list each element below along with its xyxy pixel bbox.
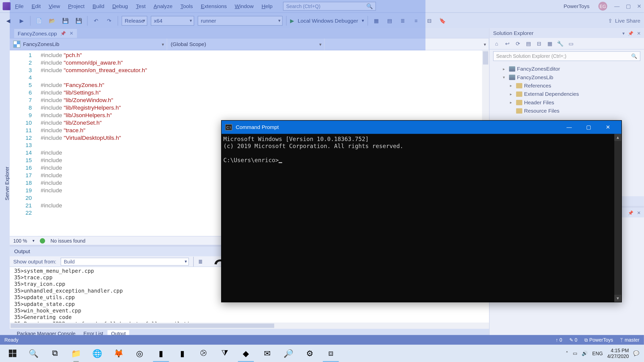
cmd-minimize-button[interactable]: —: [559, 121, 579, 134]
user-avatar[interactable]: EG: [598, 2, 607, 11]
sol-collapse-icon[interactable]: ⊟: [536, 40, 543, 47]
taskbar-explorer[interactable]: 📁: [65, 345, 87, 362]
status-branch[interactable]: ᛘ master: [620, 337, 639, 342]
pin-icon[interactable]: 📌: [60, 31, 66, 36]
panel-pin-icon[interactable]: 📌: [628, 31, 633, 35]
save-icon[interactable]: 💾: [61, 16, 70, 25]
window-minimize-icon[interactable]: —: [614, 3, 620, 9]
tree-item[interactable]: Resource Files: [492, 107, 641, 115]
tree-item[interactable]: ▸ References: [492, 81, 641, 89]
nav-scope-combo[interactable]: (Global Scope): [167, 38, 325, 50]
status-push[interactable]: ↑ 0: [556, 337, 562, 342]
menu-test[interactable]: Test: [136, 3, 146, 9]
output-source-combo[interactable]: Build: [61, 257, 189, 265]
nav-fwd-icon[interactable]: ▶: [17, 16, 27, 25]
cmd-terminal[interactable]: Microsoft Windows [Version 10.0.18363.75…: [222, 134, 614, 302]
sol-props-icon[interactable]: 🔧: [557, 40, 564, 47]
config-combo[interactable]: Release: [122, 16, 147, 25]
tool-icon-5[interactable]: ⊟: [424, 16, 434, 25]
menu-tools[interactable]: Tools: [180, 3, 193, 9]
taskbar-powershell[interactable]: ⧁: [193, 345, 214, 362]
taskbar-edge[interactable]: 🌐: [87, 345, 108, 362]
menu-file[interactable]: File: [15, 3, 24, 9]
close-icon[interactable]: ✕: [69, 30, 73, 36]
cmd-titlebar[interactable]: C:\ Command Prompt — ▢ ✕: [222, 121, 621, 134]
sol-tool-icon[interactable]: ▤: [525, 40, 532, 47]
scroll-up-icon[interactable]: ▲: [614, 134, 621, 141]
redo-icon[interactable]: ↷: [104, 16, 114, 25]
live-share-button[interactable]: ⇪ Live Share: [608, 17, 640, 24]
open-icon[interactable]: 📂: [47, 16, 57, 25]
taskbar-cmd[interactable]: ▮: [150, 345, 172, 362]
scroll-down-icon[interactable]: ▼: [614, 295, 621, 302]
zoom-combo[interactable]: 100 %: [13, 238, 27, 243]
menu-window[interactable]: Window: [235, 3, 254, 9]
taskbar-vs[interactable]: ◆: [235, 345, 256, 362]
sol-preview-icon[interactable]: ▭: [568, 40, 575, 47]
tray-clock[interactable]: 4:15 PM 4/27/2020: [607, 348, 629, 359]
panel-pin-icon[interactable]: 📌: [628, 210, 633, 215]
tray-chevron-icon[interactable]: ˄: [566, 350, 569, 356]
taskbar-app-1[interactable]: 🔎: [278, 345, 299, 362]
tool-icon-4[interactable]: ≡: [411, 16, 421, 25]
output-hscroll[interactable]: [10, 323, 489, 329]
tree-item[interactable]: ▾ FancyZonesLib: [492, 73, 641, 81]
new-item-icon[interactable]: 📄: [34, 16, 44, 25]
tree-item[interactable]: ▸ External Dependencies: [492, 90, 641, 98]
menu-edit[interactable]: Edit: [31, 3, 41, 9]
tree-item[interactable]: ▸ FancyZonesEditor: [492, 65, 641, 73]
taskbar-powertoys[interactable]: ⧈: [320, 345, 341, 362]
bookmark-icon[interactable]: 🔖: [438, 16, 448, 25]
undo-icon[interactable]: ↶: [91, 16, 101, 25]
tray-notifications-icon[interactable]: 💬: [633, 350, 639, 356]
tray-lang[interactable]: ENG: [592, 351, 603, 356]
tool-icon-3[interactable]: ≣: [398, 16, 408, 25]
sol-back-icon[interactable]: ↩: [504, 40, 511, 47]
tray-volume-icon[interactable]: 🔊: [582, 350, 588, 356]
taskbar-outlook[interactable]: ✉: [257, 345, 278, 362]
tool-icon-2[interactable]: ▤: [385, 16, 394, 25]
menu-analyze[interactable]: Analyze: [154, 3, 173, 9]
panel-close-icon[interactable]: ✕: [637, 31, 640, 35]
quick-search[interactable]: Search (Ctrl+Q) 🔍: [283, 2, 376, 11]
taskbar-firefox[interactable]: 🦊: [108, 345, 129, 362]
menu-help[interactable]: Help: [262, 3, 272, 9]
task-view[interactable]: ⧉: [44, 345, 65, 362]
taskbar-chrome[interactable]: ◎: [129, 345, 150, 362]
menu-debug[interactable]: Debug: [112, 3, 128, 9]
solution-search[interactable]: Search Solution Explorer (Ctrl+;) 🔍: [493, 51, 640, 61]
startup-combo[interactable]: runner: [198, 16, 283, 25]
status-repo[interactable]: ⧉ PowerToys: [584, 337, 613, 343]
cmd-maximize-button[interactable]: ▢: [579, 121, 598, 134]
doc-tab-fancyzones[interactable]: FancyZones.cpp 📌 ✕: [14, 28, 77, 38]
output-tool-icon[interactable]: ≣: [198, 258, 203, 265]
cmd-vscroll[interactable]: ▲ ▼: [614, 134, 621, 302]
sol-showall-icon[interactable]: ▦: [546, 40, 553, 47]
tool-icon-1[interactable]: ▦: [371, 16, 381, 25]
panel-close-icon[interactable]: ✕: [637, 210, 640, 215]
sol-home-icon[interactable]: ⌂: [493, 40, 500, 47]
platform-combo[interactable]: x64: [151, 16, 194, 25]
start-button[interactable]: [2, 345, 23, 362]
taskbar-app-2[interactable]: ⚙: [299, 345, 320, 362]
status-pending[interactable]: ✎ 0: [569, 337, 577, 343]
tab-server-explorer[interactable]: Server Explorer: [5, 166, 10, 200]
menu-view[interactable]: View: [49, 3, 60, 9]
taskbar-vscode[interactable]: ⧩: [214, 345, 235, 362]
taskbar-terminal[interactable]: ▮: [172, 345, 193, 362]
nav-member-combo[interactable]: [325, 38, 489, 50]
menu-project[interactable]: Project: [68, 3, 85, 9]
taskbar-search[interactable]: 🔍: [23, 345, 44, 362]
sol-sync-icon[interactable]: ⟳: [514, 40, 521, 47]
panel-dropdown-icon[interactable]: ▾: [622, 31, 625, 35]
tray-battery-icon[interactable]: ▭: [573, 350, 577, 356]
menu-build[interactable]: Build: [93, 3, 104, 9]
save-all-icon[interactable]: 💾: [74, 16, 84, 25]
tree-item[interactable]: ▸ Header Files: [492, 98, 641, 106]
menu-extensions[interactable]: Extensions: [201, 3, 227, 9]
window-maximize-icon[interactable]: ▢: [626, 3, 631, 9]
nav-project-combo[interactable]: FancyZonesLib: [10, 38, 167, 50]
window-close-icon[interactable]: ✕: [637, 3, 641, 9]
start-debug-button[interactable]: Local Windows Debugger: [298, 17, 358, 24]
cmd-close-button[interactable]: ✕: [598, 121, 618, 134]
